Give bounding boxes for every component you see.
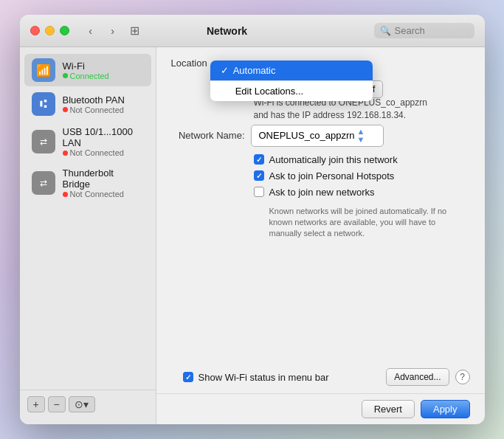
hint-text: Known networks will be joined automatica… [269, 206, 470, 240]
apply-button[interactable]: Apply [421, 400, 470, 418]
personal-hotspot-checkbox[interactable] [254, 170, 264, 181]
sidebar-item-usb[interactable]: ⇄ USB 10/1...1000 LAN Not Connected [24, 122, 151, 162]
content-area: 📶 Wi-Fi Connected ⑆ Bluetooth PAN Not Co… [20, 47, 485, 424]
sidebar-bluetooth-name: Bluetooth PAN [63, 94, 125, 106]
sidebar-usb-status-text: Not Connected [70, 148, 124, 157]
advanced-button[interactable]: Advanced... [386, 368, 449, 386]
network-name-value: ONEPLUS_co_appzrn [259, 130, 355, 141]
sidebar-wifi-text: Wi-Fi Connected [63, 61, 109, 80]
sidebar-bluetooth-status-text: Not Connected [70, 106, 124, 114]
dropdown-item-edit[interactable]: Edit Locations... [210, 81, 373, 101]
sidebar-item-thunderbolt[interactable]: ⇄ Thunderbolt Bridge Not Connected [24, 163, 151, 203]
remove-network-button[interactable]: − [48, 396, 66, 412]
dropdown-menu: ✓ Automatic Edit Locations... [210, 61, 373, 101]
wifi-info-line2: and has the IP address 192.168.18.34. [254, 110, 407, 120]
personal-hotspot-row: Ask to join Personal Hotspots [254, 170, 470, 182]
main-content: Location ✓ Automatic Edit Locations... [156, 47, 485, 361]
window-title: Network [80, 25, 374, 37]
sidebar-footer: + − ⊙▾ [20, 390, 156, 418]
dropdown-edit-label: Edit Locations... [235, 86, 304, 97]
sidebar-wifi-status-text: Connected [70, 72, 109, 80]
sidebar-item-bluetooth[interactable]: ⑆ Bluetooth PAN Not Connected [24, 88, 151, 120]
arrow-down-icon: ▼ [357, 136, 365, 144]
sidebar-usb-status: Not Connected [63, 148, 144, 157]
location-row: Location ✓ Automatic Edit Locations... [171, 58, 470, 69]
wifi-icon: 📶 [32, 58, 55, 82]
status-dot-red-tb [63, 192, 68, 197]
status-dot-red-bt [63, 107, 68, 112]
network-select[interactable]: ONEPLUS_co_appzrn ▲ ▼ [251, 125, 384, 147]
auto-join-checkbox[interactable] [254, 154, 264, 165]
sidebar-thunderbolt-status-text: Not Connected [70, 190, 124, 198]
add-network-button[interactable]: + [27, 396, 45, 412]
titlebar: ‹ › ⊞ Network 🔍 [20, 15, 485, 47]
help-button[interactable]: ? [455, 370, 470, 384]
action-network-button[interactable]: ⊙▾ [69, 396, 95, 412]
checkmark-icon: ✓ [221, 65, 229, 76]
sidebar-thunderbolt-text: Thunderbolt Bridge Not Connected [63, 167, 144, 198]
network-select-arrows: ▲ ▼ [357, 128, 365, 144]
auto-join-row: Automatically join this network [254, 154, 470, 165]
location-label: Location [171, 58, 207, 69]
sidebar-bluetooth-text: Bluetooth PAN Not Connected [63, 94, 125, 114]
sidebar-thunderbolt-status: Not Connected [63, 190, 144, 198]
sidebar-usb-text: USB 10/1...1000 LAN Not Connected [63, 126, 144, 157]
sidebar: 📶 Wi-Fi Connected ⑆ Bluetooth PAN Not Co… [20, 47, 156, 424]
arrow-up-icon: ▲ [357, 128, 365, 136]
sidebar-item-wifi[interactable]: 📶 Wi-Fi Connected [24, 54, 151, 86]
sidebar-thunderbolt-name: Thunderbolt Bridge [63, 167, 144, 190]
bluetooth-icon: ⑆ [32, 92, 55, 116]
checkboxes-section: Automatically join this network Ask to j… [254, 154, 470, 240]
new-networks-row: Ask to join new networks [254, 187, 470, 198]
sidebar-wifi-name: Wi-Fi [63, 61, 109, 72]
new-networks-label: Ask to join new networks [269, 187, 375, 198]
close-button[interactable] [30, 26, 40, 35]
status-dot-green [63, 73, 68, 78]
new-networks-checkbox[interactable] [254, 187, 264, 197]
minimize-button[interactable] [45, 26, 55, 35]
sidebar-bluetooth-status: Not Connected [63, 106, 125, 114]
search-box: 🔍 [374, 23, 474, 38]
dropdown-automatic-label: Automatic [233, 65, 276, 76]
status-dot-red-usb [63, 151, 68, 156]
network-preferences-window: ‹ › ⊞ Network 🔍 📶 Wi-Fi Connected [20, 15, 485, 424]
dropdown-item-automatic[interactable]: ✓ Automatic [210, 61, 373, 80]
search-icon: 🔍 [380, 26, 391, 36]
sidebar-usb-name: USB 10/1...1000 LAN [63, 126, 144, 148]
show-wifi-label: Show Wi-Fi status in menu bar [199, 372, 329, 383]
revert-button[interactable]: Revert [362, 400, 415, 418]
sidebar-wifi-status: Connected [63, 72, 109, 80]
show-wifi-checkbox[interactable] [183, 372, 193, 382]
thunderbolt-icon: ⇄ [32, 171, 55, 195]
bottom-section: Show Wi-Fi status in menu bar Advanced..… [156, 361, 485, 393]
search-input[interactable] [395, 25, 469, 36]
auto-join-label: Automatically join this network [269, 154, 398, 165]
footer-buttons: Revert Apply [156, 393, 485, 424]
traffic-lights [30, 26, 69, 35]
personal-hotspot-label: Ask to join Personal Hotspots [269, 170, 395, 182]
show-wifi-row: Show Wi-Fi status in menu bar [183, 372, 381, 383]
usb-icon: ⇄ [32, 130, 55, 153]
maximize-button[interactable] [60, 26, 69, 35]
network-name-row: Network Name: ONEPLUS_co_appzrn ▲ ▼ [171, 125, 470, 147]
network-name-label: Network Name: [171, 130, 245, 141]
main-panel: Location ✓ Automatic Edit Locations... [156, 47, 485, 424]
